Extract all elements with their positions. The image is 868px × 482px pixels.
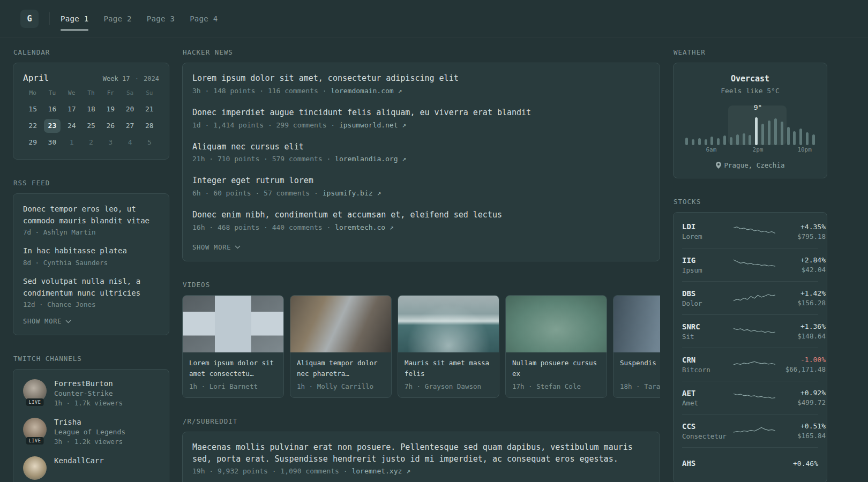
channel-avatar[interactable]: LIVE — [23, 418, 47, 441]
twitch-widget: TWITCH CHANNELS LIVE ForrestBurton Count… — [13, 355, 169, 482]
hn-meta-text: 1d · 1,414 points · 299 comments · — [192, 121, 339, 129]
twitch-channel-row: LIVE Trisha League of Legends 3h · 1.2k … — [23, 418, 159, 446]
rss-item-meta: 7d · Ashlyn Martin — [23, 228, 159, 236]
hn-show-more-button[interactable]: SHOW MORE — [192, 244, 650, 251]
calendar-day: 4 — [122, 135, 138, 149]
hn-domain-link[interactable]: loremtech.co — [335, 223, 385, 231]
channel-meta: 3h · 1.2k viewers — [54, 438, 125, 446]
rss-item-meta: 12d · Chance Jones — [23, 300, 159, 308]
hn-item-meta: 6h · 60 points · 57 comments · ipsumify.… — [192, 189, 650, 197]
video-thumbnail[interactable] — [398, 296, 499, 352]
calendar-day-header: Th — [81, 89, 101, 100]
twitch-channel-row: LIVE ForrestBurton Counter-Strike 1h · 1… — [23, 379, 159, 407]
hn-item-title[interactable]: Integer eget rutrum lorem — [192, 175, 650, 187]
channel-name[interactable]: Trisha — [54, 418, 125, 426]
video-title[interactable]: Suspendis diam — [620, 358, 660, 379]
hn-item-title[interactable]: Lorem ipsum dolor sit amet, consectetur … — [192, 73, 650, 85]
videos-widget: VIDEOS Lorem ipsum dolor sit amet consec… — [182, 281, 660, 398]
location-pin-icon — [716, 162, 721, 169]
calendar-section-title: CALENDAR — [13, 48, 169, 56]
hn-domain-link[interactable]: loremdomain.com — [331, 87, 393, 95]
rss-item-title[interactable]: Donec tempor eros leo, ut commodo mauris… — [23, 204, 159, 227]
video-thumbnail[interactable] — [506, 296, 607, 352]
live-badge: LIVE — [26, 437, 44, 445]
stocks-section-title: STOCKS — [674, 198, 827, 206]
time-tick: 10pm — [797, 146, 812, 153]
calendar-day-header: Tu — [42, 89, 62, 100]
hn-item-title[interactable]: Donec enim nibh, condimentum et accumsan… — [192, 209, 650, 221]
video-card[interactable]: Lorem ipsum dolor sit amet consectetu… 1… — [182, 295, 284, 398]
weather-bar — [755, 117, 758, 145]
video-title[interactable]: Aliquam tempor dolor nec pharetra… — [297, 358, 385, 379]
stock-change: +2.84% — [780, 256, 826, 264]
calendar-day-header: Sa — [120, 89, 139, 100]
video-meta: 17h · Stefan Cole — [512, 382, 600, 390]
calendar-day: 18 — [83, 102, 99, 116]
video-thumbnail[interactable] — [613, 296, 660, 352]
calendar-day: 1 — [64, 135, 80, 149]
hn-item-title[interactable]: Donec imperdiet augue tincidunt felis al… — [192, 107, 650, 119]
weather-location-text: Prague, Czechia — [724, 161, 785, 169]
calendar-day: 5 — [141, 135, 158, 149]
channel-name[interactable]: KendallCarr — [54, 456, 104, 465]
channel-name[interactable]: ForrestBurton — [54, 379, 123, 388]
hn-meta-text: 21h · 710 points · 579 comments · — [192, 155, 335, 163]
hn-item-title[interactable]: Aliquam nec cursus elit — [192, 141, 650, 153]
nav-divider — [49, 12, 50, 25]
video-card[interactable]: Suspendis diam 18h · Tara — [613, 295, 660, 398]
weather-section-title: WEATHER — [674, 48, 827, 56]
chevron-down-icon — [65, 320, 71, 323]
weather-bar — [781, 122, 783, 145]
video-card[interactable]: Aliquam tempor dolor nec pharetra… 1h · … — [290, 295, 392, 398]
stock-row: DBSDolor +1.42%$156.28 — [682, 281, 818, 314]
hn-item: Aliquam nec cursus elit 21h · 710 points… — [192, 141, 650, 163]
stock-ticker: DBS — [682, 289, 729, 298]
weather-bar — [793, 131, 796, 145]
stock-ticker: SNRC — [682, 322, 729, 331]
hn-item-meta: 21h · 710 points · 579 comments · loreml… — [192, 155, 650, 163]
tab-page-3[interactable]: Page 3 — [147, 0, 175, 37]
stock-ticker: AET — [682, 389, 729, 397]
rss-item: Sed volutpat nulla nisl, a condimentum n… — [23, 276, 159, 308]
hn-item: Lorem ipsum dolor sit amet, consectetur … — [192, 73, 650, 95]
video-meta: 18h · Tara — [620, 382, 660, 390]
stock-row: IIGIpsum +2.84%$42.04 — [682, 248, 818, 281]
video-title[interactable]: Nullam posuere cursus ex — [512, 358, 600, 379]
weather-bar — [787, 127, 790, 145]
video-thumbnail[interactable] — [290, 296, 391, 352]
video-thumbnail[interactable] — [183, 296, 283, 352]
rss-widget: RSS FEED Donec tempor eros leo, ut commo… — [13, 179, 169, 335]
calendar-month: April — [23, 73, 49, 83]
time-tick: 6am — [706, 146, 716, 153]
rss-item-title[interactable]: Sed volutpat nulla nisl, a condimentum n… — [23, 276, 159, 299]
twitch-channel-row: KendallCarr — [23, 456, 159, 480]
rss-show-more-button[interactable]: SHOW MORE — [23, 318, 159, 325]
stock-name: Consectetur — [682, 432, 729, 440]
post-meta-text: 19h · 9,932 points · 1,090 comments · — [192, 467, 351, 475]
video-title[interactable]: Mauris sit amet massa felis — [405, 358, 492, 379]
hn-domain-link[interactable]: ipsumify.biz — [323, 189, 373, 197]
video-title[interactable]: Lorem ipsum dolor sit amet consectetu… — [189, 358, 277, 379]
post-title[interactable]: Maecenas mollis pulvinar erat non posuer… — [192, 442, 650, 465]
stock-row: CRNBitcorn -1.00%$66,171.48 — [682, 348, 818, 381]
tab-page-1[interactable]: Page 1 — [61, 0, 88, 37]
separator-dot: · — [134, 75, 140, 82]
calendar-day: 30 — [44, 135, 60, 149]
app-logo[interactable]: G — [20, 10, 39, 28]
post-domain-link[interactable]: loremnet.xyz — [351, 467, 402, 475]
channel-avatar[interactable]: LIVE — [23, 379, 47, 403]
weather-bar — [710, 137, 713, 145]
calendar-day-header: Su — [140, 89, 159, 100]
hn-domain-link[interactable]: loremlandia.org — [335, 155, 398, 163]
rss-item-title[interactable]: In hac habitasse platea — [23, 245, 159, 257]
video-card[interactable]: Mauris sit amet massa felis 7h · Grayson… — [398, 295, 499, 398]
subreddit-post: Maecenas mollis pulvinar erat non posuer… — [192, 442, 650, 476]
channel-avatar[interactable] — [23, 456, 47, 480]
weather-time-axis: 6am 2pm 10pm — [685, 146, 815, 154]
tab-page-2[interactable]: Page 2 — [103, 0, 131, 37]
stock-name: Ipsum — [682, 266, 729, 274]
video-card[interactable]: Nullam posuere cursus ex 17h · Stefan Co… — [505, 295, 607, 398]
hn-domain-link[interactable]: ipsumworld.net — [339, 121, 398, 129]
tab-page-4[interactable]: Page 4 — [190, 0, 218, 37]
video-row: Lorem ipsum dolor sit amet consectetu… 1… — [182, 295, 660, 398]
